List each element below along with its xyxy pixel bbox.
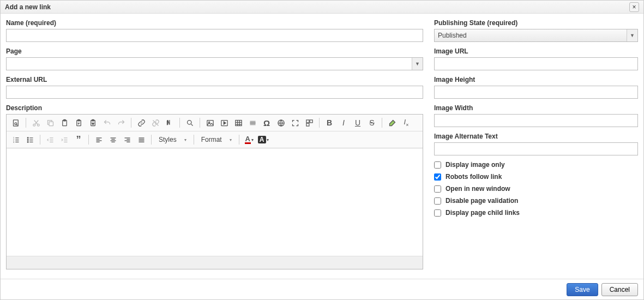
page-field: Page ▼: [6, 47, 423, 70]
separator: [239, 135, 239, 145]
special-char-icon[interactable]: Ω: [261, 117, 273, 129]
image-alt-input[interactable]: [434, 142, 638, 155]
align-center-icon[interactable]: [107, 134, 119, 146]
link-icon[interactable]: [135, 117, 147, 129]
image-height-label: Image Height: [434, 76, 638, 83]
outdent-icon[interactable]: [44, 134, 56, 146]
publishing-state-select[interactable]: Published ▼: [434, 29, 638, 42]
numbered-list-icon[interactable]: 123: [10, 134, 22, 146]
format-dropdown[interactable]: Format▾: [198, 134, 235, 146]
page-select[interactable]: ▼: [6, 57, 423, 70]
svg-rect-4: [49, 122, 53, 126]
display-image-only-row: Display image only: [434, 161, 638, 169]
image-height-field: Image Height: [434, 76, 638, 99]
image-url-label: Image URL: [434, 47, 638, 55]
separator: [131, 118, 131, 128]
robots-follow-checkbox[interactable]: [434, 173, 441, 181]
disable-validation-checkbox[interactable]: [434, 197, 441, 205]
separator: [151, 135, 152, 145]
align-right-icon[interactable]: [121, 134, 133, 146]
underline-icon[interactable]: U: [352, 117, 364, 129]
show-blocks-icon[interactable]: [303, 117, 315, 129]
dialog-header: Add a new link ×: [1, 1, 643, 14]
dialog-body: Name (required) Page ▼ External URL Desc…: [1, 14, 643, 279]
bullet-list-icon[interactable]: [24, 134, 36, 146]
anchor-icon[interactable]: [164, 117, 176, 129]
svg-point-11: [187, 120, 191, 124]
rich-text-editor: Ω B I U S I× 123: [6, 114, 423, 269]
image-height-input[interactable]: [434, 86, 638, 99]
cut-icon[interactable]: [30, 117, 42, 129]
copy-icon[interactable]: [44, 117, 56, 129]
styles-dropdown[interactable]: Styles▾: [155, 134, 190, 146]
robots-follow-row: Robots follow link: [434, 173, 638, 181]
name-label: Name (required): [6, 19, 423, 27]
external-url-label: External URL: [6, 76, 423, 83]
cancel-button[interactable]: Cancel: [601, 283, 638, 296]
close-icon: ×: [632, 4, 636, 10]
open-new-window-label: Open in new window: [446, 185, 510, 193]
separator: [88, 135, 89, 145]
text-color-icon[interactable]: A▾: [243, 134, 255, 146]
flash-icon[interactable]: [218, 117, 230, 129]
horizontal-rule-icon[interactable]: [246, 117, 258, 129]
remove-format-icon[interactable]: I×: [400, 117, 412, 129]
iframe-icon[interactable]: [275, 117, 287, 129]
editor-content-area[interactable]: [7, 148, 423, 256]
image-width-field: Image Width: [434, 104, 638, 127]
separator: [26, 118, 26, 128]
image-alt-field: Image Alternate Text: [434, 133, 638, 155]
name-field: Name (required): [6, 19, 423, 42]
close-button[interactable]: ×: [629, 2, 639, 12]
paste-text-icon[interactable]: [73, 117, 85, 129]
maximize-icon[interactable]: [289, 117, 301, 129]
save-button[interactable]: Save: [567, 283, 598, 296]
image-url-field: Image URL: [434, 47, 638, 70]
align-justify-icon[interactable]: [135, 134, 147, 146]
indent-icon[interactable]: [58, 134, 70, 146]
chevron-down-icon: ▼: [627, 29, 637, 41]
image-icon[interactable]: [204, 117, 216, 129]
image-alt-label: Image Alternate Text: [434, 133, 638, 140]
undo-icon[interactable]: [101, 117, 113, 129]
unlink-icon[interactable]: [149, 117, 161, 129]
image-width-label: Image Width: [434, 104, 638, 112]
name-input[interactable]: [6, 29, 423, 42]
strike-icon[interactable]: S: [366, 117, 378, 129]
display-image-only-checkbox[interactable]: [434, 161, 441, 169]
right-column: Publishing State (required) Published ▼ …: [434, 19, 638, 273]
table-icon[interactable]: [232, 117, 244, 129]
open-new-window-checkbox[interactable]: [434, 185, 441, 193]
italic-icon[interactable]: I: [338, 117, 350, 129]
paste-word-icon[interactable]: [87, 117, 99, 129]
separator: [194, 135, 194, 145]
dialog: Add a new link × Name (required) Page ▼ …: [0, 0, 644, 300]
chevron-down-icon: ▾: [230, 137, 232, 142]
align-left-icon[interactable]: [93, 134, 105, 146]
page-label: Page: [6, 47, 423, 55]
svg-rect-15: [235, 120, 241, 125]
dialog-footer: Save Cancel: [1, 279, 643, 299]
find-icon[interactable]: [184, 117, 196, 129]
blockquote-icon[interactable]: ”: [73, 134, 85, 146]
bg-color-icon[interactable]: A▾: [257, 134, 269, 146]
page-select-value: [7, 58, 412, 70]
publishing-state-value: Published: [435, 29, 627, 41]
separator: [40, 135, 40, 145]
source-icon[interactable]: [10, 117, 22, 129]
svg-rect-12: [207, 120, 213, 125]
marker-icon[interactable]: [386, 117, 398, 129]
svg-text:3: 3: [13, 141, 14, 143]
external-url-input[interactable]: [6, 86, 423, 99]
dialog-title: Add a new link: [5, 3, 51, 11]
svg-point-24: [27, 139, 28, 140]
image-url-input[interactable]: [434, 57, 638, 70]
separator: [319, 118, 320, 128]
image-width-input[interactable]: [434, 114, 638, 127]
robots-follow-label: Robots follow link: [446, 173, 502, 181]
display-child-links-checkbox[interactable]: [434, 209, 441, 217]
redo-icon[interactable]: [115, 117, 127, 129]
editor-toolbar-row1: Ω B I U S I×: [7, 115, 423, 131]
paste-icon[interactable]: [58, 117, 70, 129]
bold-icon[interactable]: B: [323, 117, 335, 129]
